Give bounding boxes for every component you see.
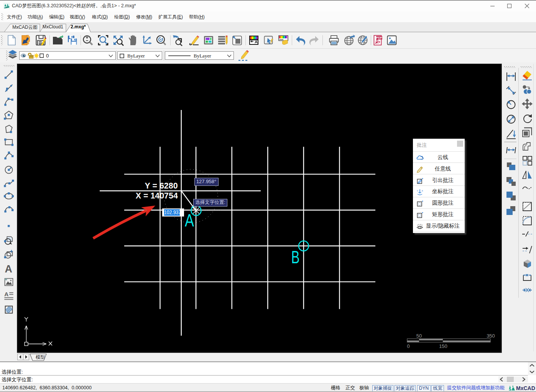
svg-text:A: A (4, 291, 8, 297)
svg-text:PDF: PDF (376, 36, 382, 39)
svg-text:50: 50 (416, 333, 422, 339)
svg-text:350: 350 (487, 333, 495, 339)
svg-text:A: A (5, 263, 12, 274)
svg-text:X = 140754: X = 140754 (136, 191, 178, 200)
svg-text:Y = 6280: Y = 6280 (145, 181, 178, 190)
svg-text:Y: Y (417, 190, 418, 192)
svg-text:0: 0 (407, 343, 409, 349)
svg-text:A: A (185, 210, 194, 230)
svg-text:B: B (291, 247, 300, 267)
svg-text:150: 150 (439, 343, 447, 349)
